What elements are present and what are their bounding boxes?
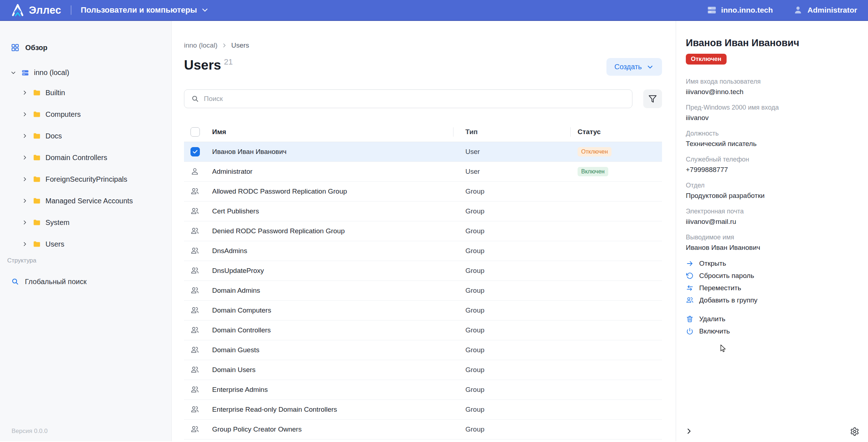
action-enable[interactable]: Включить — [686, 327, 859, 336]
field-department: Отдел Продуктовой разработки — [686, 181, 859, 200]
table-row[interactable]: Иванов Иван Иванович User Отключен — [184, 142, 662, 162]
group-icon — [190, 326, 199, 335]
tree-item-foreignsecurityprincipals[interactable]: ForeignSecurityPrincipals — [0, 168, 171, 190]
row-type: Group — [453, 207, 570, 215]
field-email: Электронная почта iiivanov@mail.ru — [686, 207, 859, 226]
row-type: Group — [453, 406, 570, 414]
row-name: Domain Admins — [212, 287, 453, 295]
chevron-right-icon[interactable] — [22, 154, 28, 161]
table-row[interactable]: Domain Computers Group — [184, 301, 662, 321]
filter-button[interactable] — [643, 89, 662, 108]
table-row[interactable]: Administrator User Включен — [184, 162, 662, 182]
panel-collapse-chevron[interactable] — [685, 427, 693, 436]
check-icon — [192, 148, 199, 155]
group-icon — [190, 227, 199, 235]
page-title: Users21 — [184, 57, 233, 73]
group-icon — [190, 207, 199, 216]
row-name: Group Policy Creator Owners — [212, 425, 453, 433]
add-to-group-icon — [686, 296, 694, 304]
row-type: Group — [453, 247, 570, 255]
chevron-right-icon[interactable] — [22, 133, 28, 139]
table-row[interactable]: Enterprise Read-only Domain Controllers … — [184, 400, 662, 420]
tree-item-docs[interactable]: Docs — [0, 125, 171, 147]
row-name: Administrator — [212, 168, 453, 176]
gear-icon[interactable] — [850, 427, 859, 436]
tree-item-managed-service-accounts[interactable]: Managed Service Accounts — [0, 190, 171, 212]
tree-item-label: Builtin — [45, 89, 65, 97]
tree-item-domain-controllers[interactable]: Domain Controllers — [0, 147, 171, 168]
sidebar-item-overview[interactable]: Обзор — [11, 43, 171, 52]
brand-logo-icon — [11, 3, 25, 17]
row-name: DnsUpdateProxy — [212, 267, 453, 275]
create-button[interactable]: Создать — [606, 58, 662, 76]
action-label: Включить — [699, 327, 730, 335]
app-switcher[interactable]: Пользователи и компьютеры — [81, 5, 209, 15]
table-row[interactable]: Domain Admins Group — [184, 281, 662, 301]
table-row[interactable]: Domain Guests Group — [184, 340, 662, 360]
table-row[interactable]: DnsAdmins Group — [184, 241, 662, 261]
panel-danger-actions: Удалить Включить — [686, 315, 859, 336]
main-content: inno (local) Users Users21 Создать — [172, 21, 676, 441]
table-row[interactable]: Denied RODC Password Replication Group G… — [184, 221, 662, 241]
search-input[interactable] — [204, 95, 626, 103]
chevron-down-icon — [646, 63, 654, 71]
chevron-right-icon[interactable] — [22, 241, 28, 247]
field-work-phone: Служебный телефон +7999888777 — [686, 155, 859, 174]
group-icon — [190, 286, 199, 295]
chevron-right-icon[interactable] — [22, 89, 28, 96]
chevron-down-icon[interactable] — [10, 70, 17, 76]
group-icon — [190, 366, 199, 374]
tree-item-computers[interactable]: Computers — [0, 103, 171, 125]
field-label: Служебный телефон — [686, 155, 859, 163]
tree-root-inno-local[interactable]: inno (local) — [10, 68, 171, 77]
action-reset-password[interactable]: Сбросить пароль — [686, 271, 859, 280]
tree-item-label: Domain Controllers — [45, 154, 107, 162]
table-row[interactable]: Group Policy Creator Owners Group — [184, 420, 662, 439]
action-delete[interactable]: Удалить — [686, 315, 859, 323]
tree-item-label: Docs — [45, 132, 62, 140]
row-name: Enterprise Read-only Domain Controllers — [212, 406, 453, 414]
row-name: Domain Users — [212, 366, 453, 374]
row-checkbox[interactable] — [190, 147, 200, 156]
reset-icon — [686, 272, 694, 280]
table-row[interactable]: Enterprise Admins Group — [184, 380, 662, 400]
chevron-right-icon[interactable] — [22, 198, 28, 204]
select-all-checkbox[interactable] — [190, 127, 200, 137]
row-name: DnsAdmins — [212, 247, 453, 255]
tree-item-system[interactable]: System — [0, 212, 171, 233]
folder-icon — [33, 197, 41, 205]
column-header-name[interactable]: Имя — [212, 128, 453, 136]
table-row[interactable]: DnsUpdateProxy Group — [184, 261, 662, 281]
table-row[interactable]: Domain Controllers Group — [184, 321, 662, 340]
row-name: Иванов Иван Иванович — [212, 148, 453, 156]
column-header-status[interactable]: Статус — [570, 128, 662, 136]
row-type: Group — [453, 366, 570, 374]
field-login-name: Имя входа пользователя iiivanov@inno.tec… — [686, 78, 859, 96]
group-icon — [190, 247, 199, 255]
search-icon — [11, 277, 19, 286]
chevron-right-icon[interactable] — [22, 176, 28, 182]
table-row[interactable]: Domain Users Group — [184, 360, 662, 380]
chevron-right-icon[interactable] — [22, 219, 28, 226]
global-search-button[interactable]: Глобальный поиск — [11, 277, 171, 286]
chevron-right-icon — [221, 42, 228, 49]
table-row[interactable]: Cert Publishers Group — [184, 202, 662, 221]
field-value: iiivanov — [686, 114, 859, 122]
tree-item-users[interactable]: Users — [0, 233, 171, 255]
tree-children: Builtin Computers Docs Domain Controller… — [0, 82, 171, 255]
domain-indicator[interactable]: inno.inno.tech — [707, 5, 773, 15]
field-value: +7999888777 — [686, 165, 859, 174]
action-add-to-group[interactable]: Добавить в группу — [686, 296, 859, 305]
breadcrumb-item-inno-local[interactable]: inno (local) — [184, 41, 218, 49]
trash-icon — [686, 315, 694, 323]
topbar: Эллес Пользователи и компьютеры inno.inn… — [0, 0, 868, 21]
chevron-right-icon[interactable] — [22, 111, 28, 118]
user-menu[interactable]: Administrator — [793, 5, 857, 15]
tree-item-builtin[interactable]: Builtin — [0, 82, 171, 103]
action-move[interactable]: Переместить — [686, 284, 859, 292]
column-header-type[interactable]: Тип — [453, 128, 570, 136]
action-label: Добавить в группу — [699, 296, 757, 304]
action-open[interactable]: Открыть — [686, 259, 859, 268]
folder-icon — [33, 154, 41, 162]
table-row[interactable]: Allowed RODC Password Replication Group … — [184, 182, 662, 202]
